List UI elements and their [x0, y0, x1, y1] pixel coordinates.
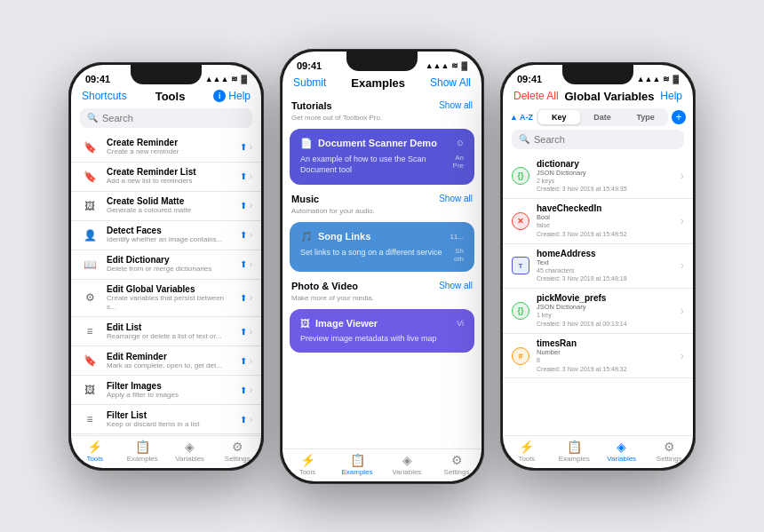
section-photo-header: Photo & Video Show all [283, 275, 481, 294]
var-text-haveCheckedIn: haveCheckedIn Bool falseCreated: 3 Nov 2… [537, 203, 673, 239]
tab-variables-1[interactable]: ◈ Variables [166, 440, 214, 463]
list-item-8[interactable]: 🖼 Filter Images Apply a filter to images… [71, 376, 261, 405]
var-item-haveCheckedIn[interactable]: ✕ haveCheckedIn Bool falseCreated: 3 Nov… [503, 199, 693, 244]
seg-control: Key Date Type [537, 108, 668, 126]
var-item-homeAddress[interactable]: T homeAddress Text 45 charactersCreated:… [503, 244, 693, 290]
examples-tab-icon: 📋 [135, 440, 150, 454]
tab-examples-3[interactable]: 📋 Examples [551, 440, 599, 463]
status-time-1: 09:41 [85, 74, 110, 84]
chevron-icon-0: › [250, 142, 252, 152]
wifi-icon-2: ≋ [451, 61, 458, 70]
item-icon-9: ≡ [80, 409, 99, 429]
var-icon-timesRan: # [512, 347, 529, 365]
nav-left-3[interactable]: Delete All [513, 90, 559, 102]
phone-3: 09:41 ▲▲▲ ≋ ▓ Delete All Global Variable… [500, 62, 696, 471]
signal-icon-3: ▲▲▲ [637, 75, 661, 83]
share-icon-0[interactable]: ⬆ [240, 142, 247, 152]
tools-tab-label: Tools [86, 455, 103, 463]
add-variable-button[interactable]: + [672, 110, 686, 124]
list-item-4[interactable]: 📖 Edit Dictionary Delete from or merge d… [71, 250, 261, 280]
nav-right-3[interactable]: Help [660, 90, 682, 102]
show-all-photo[interactable]: Show all [439, 281, 473, 290]
share-icon-6[interactable]: ⬆ [240, 327, 247, 337]
list-item-3[interactable]: 👤 Detect Faces Identify whether an image… [71, 221, 261, 250]
status-time-2: 09:41 [297, 60, 322, 71]
share-icon-1[interactable]: ⬆ [240, 171, 247, 181]
notch-2 [346, 52, 418, 71]
show-all-music[interactable]: Show all [439, 194, 473, 203]
variables-tab-label-2: Variables [393, 468, 422, 476]
nav-header-2: Submit Examples Show All [283, 75, 481, 95]
list-item-5[interactable]: ⚙ Edit Global Variables Create variables… [71, 280, 261, 318]
variables-tab-icon: ◈ [185, 440, 195, 454]
var-item-timesRan[interactable]: # timesRan Number 8Created: 3 Nov 2019 a… [503, 334, 693, 379]
item-actions-4: ⬆ › [240, 259, 252, 269]
tab-settings-3[interactable]: ⚙ Settings [646, 440, 694, 463]
chevron-icon-5: › [250, 293, 252, 303]
share-icon-4[interactable]: ⬆ [240, 259, 247, 269]
tab-tools-3[interactable]: ⚡ Tools [503, 440, 551, 463]
share-icon-9[interactable]: ⬆ [240, 415, 247, 425]
tab-examples-2[interactable]: 📋 Examples [332, 453, 382, 476]
item-actions-0: ⬆ › [240, 142, 252, 152]
nav-right-1[interactable]: Help [228, 90, 251, 102]
tools-tab-label-3: Tools [518, 455, 535, 463]
list-item-1[interactable]: 🔖 Create Reminder List Add a new list to… [71, 163, 261, 192]
examples-content: Tutorials Show all Get more out of Toolb… [283, 95, 481, 449]
seg-type[interactable]: Type [625, 110, 666, 124]
settings-tab-label-2: Settings [444, 468, 470, 476]
chevron-icon-3: › [250, 230, 252, 240]
section-tutorials-header: Tutorials Show all [283, 95, 481, 114]
tab-variables-3[interactable]: ◈ Variables [598, 440, 646, 463]
nav-right-2[interactable]: Show All [430, 76, 471, 89]
chevron-icon-4: › [250, 259, 252, 269]
search-bar-3[interactable]: 🔍 [512, 130, 684, 149]
share-icon-8[interactable]: ⬆ [240, 385, 247, 395]
list-item-6[interactable]: ≡ Edit List Rearrange or delete a list o… [71, 317, 261, 346]
search-bar-1[interactable]: 🔍 [80, 108, 252, 128]
chevron-pm: › [680, 305, 684, 317]
chevron-hci: › [680, 215, 684, 227]
share-icon-7[interactable]: ⬆ [240, 356, 247, 366]
tab-settings-1[interactable]: ⚙ Settings [214, 440, 262, 463]
card-song-header: 🎵 Song Links 11... [300, 231, 464, 242]
var-icon-homeAddress: T [512, 257, 529, 274]
show-all-tutorials[interactable]: Show all [439, 100, 473, 110]
seg-key[interactable]: Key [538, 110, 580, 124]
phone-2: 09:41 ▲▲▲ ≋ ▓ Submit Examples Show All T… [280, 49, 484, 484]
tab-settings-2[interactable]: ⚙ Settings [432, 453, 481, 476]
card-song-links[interactable]: 🎵 Song Links 11... Set links to a song o… [290, 222, 474, 272]
seg-date[interactable]: Date [582, 110, 624, 124]
item-actions-3: ⬆ › [240, 230, 252, 240]
var-item-dictionary[interactable]: {} dictionary JSON Dictionary 2 keysCrea… [503, 155, 693, 200]
battery-icon-2: ▓ [461, 61, 467, 70]
item-text-2: Create Solid Matte Generate a coloured m… [107, 196, 233, 215]
variables-tab-label-3: Variables [607, 455, 636, 463]
tab-tools-1[interactable]: ⚡ Tools [71, 440, 119, 463]
card-image-viewer[interactable]: 🖼 Image Viewer Vi Preview image metadata… [290, 309, 474, 353]
share-icon-2[interactable]: ⬆ [240, 201, 247, 210]
search-input-1[interactable] [102, 113, 245, 123]
item-actions-2: ⬆ › [240, 201, 252, 210]
battery-icon: ▓ [241, 75, 247, 83]
list-item-0[interactable]: 🔖 Create Reminder Create a new reminder … [71, 133, 261, 163]
var-item-pickMovie[interactable]: {} pickMovie_prefs JSON Dictionary 1 key… [503, 289, 693, 334]
tab-variables-2[interactable]: ◈ Variables [382, 453, 432, 476]
list-item-2[interactable]: 🖼 Create Solid Matte Generate a coloured… [71, 192, 261, 221]
share-icon-5[interactable]: ⬆ [240, 293, 247, 303]
tab-tools-2[interactable]: ⚡ Tools [283, 453, 332, 476]
nav-left-1[interactable]: Shortcuts [82, 90, 127, 102]
list-item-9[interactable]: ≡ Filter List Keep or discard items in a… [71, 405, 261, 434]
card-scanner[interactable]: 📄 Document Scanner Demo ⊙ An example of … [290, 129, 474, 185]
tab-examples-1[interactable]: 📋 Examples [119, 440, 167, 463]
search-input-3[interactable] [534, 134, 677, 145]
list-item-7[interactable]: 🔖 Edit Reminder Mark as complete, open t… [71, 346, 261, 376]
nav-left-2[interactable]: Submit [293, 76, 326, 89]
share-icon-3[interactable]: ⬆ [240, 230, 247, 240]
az-sort[interactable]: ▲ A-Z [510, 113, 533, 122]
item-icon-0: 🔖 [80, 138, 99, 157]
wifi-icon-3: ≋ [663, 75, 670, 83]
item-text-8: Filter Images Apply a filter to images [107, 381, 233, 400]
chevron-icon-7: › [250, 356, 252, 366]
item-icon-2: 🖼 [80, 196, 99, 216]
